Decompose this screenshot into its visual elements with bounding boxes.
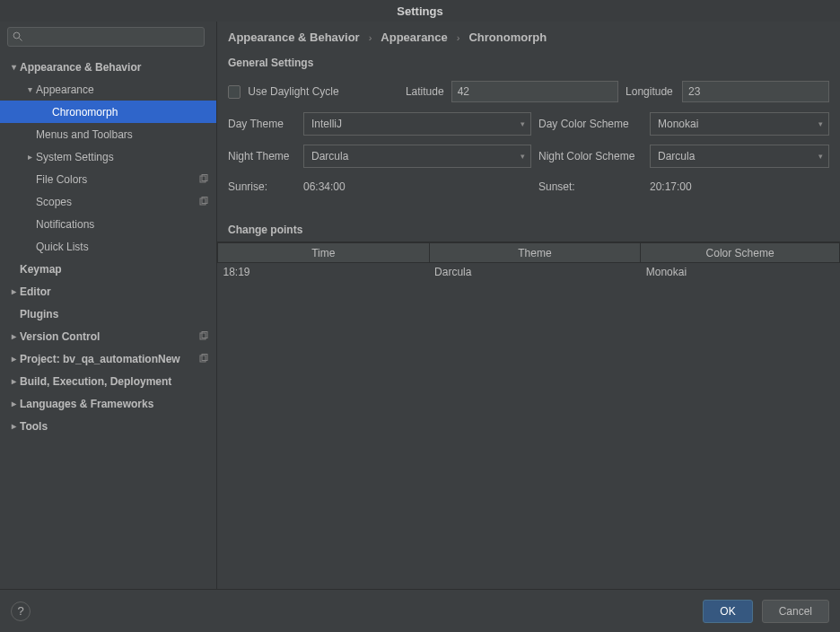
sidebar-item-label: System Settings xyxy=(36,151,209,163)
sidebar-item-notifications[interactable]: Notifications xyxy=(0,213,216,235)
sidebar-item-languages-frameworks[interactable]: Languages & Frameworks xyxy=(0,392,216,415)
longitude-label: Longitude xyxy=(626,85,675,98)
sidebar-item-label: Editor xyxy=(20,285,209,298)
cell-scheme: Monokai xyxy=(641,263,840,281)
sidebar-item-label: Notifications xyxy=(36,218,209,231)
project-scope-icon xyxy=(198,331,209,342)
sunset-value: 20:17:00 xyxy=(650,180,692,193)
help-button[interactable]: ? xyxy=(11,601,31,621)
col-time[interactable]: Time xyxy=(218,243,430,263)
chevron-right-icon[interactable] xyxy=(9,354,18,364)
night-theme-value: Darcula xyxy=(311,150,348,162)
chevron-right-icon[interactable] xyxy=(9,331,18,341)
window-titlebar: Settings xyxy=(0,0,840,22)
latitude-input[interactable] xyxy=(451,81,618,102)
project-scope-icon xyxy=(198,197,209,207)
longitude-input[interactable] xyxy=(682,81,829,102)
night-color-select[interactable]: Darcula xyxy=(650,145,829,168)
help-icon: ? xyxy=(17,604,23,618)
night-theme-label: Night Theme xyxy=(228,150,296,162)
chevron-right-icon[interactable] xyxy=(9,286,18,296)
chevron-right-icon[interactable] xyxy=(25,152,34,162)
sidebar-item-label: Build, Execution, Deployment xyxy=(20,375,209,388)
sidebar-item-label: Tools xyxy=(20,420,209,433)
breadcrumb: Appearance & Behavior › Appearance › Chr… xyxy=(217,22,840,51)
settings-sidebar: Appearance & BehaviorAppearanceChronomor… xyxy=(0,22,217,589)
search-icon xyxy=(13,31,23,42)
night-theme-select[interactable]: Darcula xyxy=(303,145,531,168)
sidebar-item-label: Chronomorph xyxy=(52,106,209,118)
sidebar-item-label: File Colors xyxy=(36,173,198,186)
sidebar-item-system-settings[interactable]: System Settings xyxy=(0,145,216,168)
window-title: Settings xyxy=(397,4,442,18)
changepoints-table-wrap: Time Theme Color Scheme 18:19DarculaMono… xyxy=(217,241,840,589)
night-color-label: Night Color Scheme xyxy=(538,150,643,162)
chevron-right-icon: › xyxy=(369,32,372,43)
settings-content: Appearance & Behavior › Appearance › Chr… xyxy=(217,22,840,589)
sidebar-item-label: Scopes xyxy=(36,196,198,208)
daylight-checkbox[interactable] xyxy=(228,85,241,99)
table-row[interactable]: 18:19DarculaMonokai xyxy=(218,263,840,281)
sidebar-item-quick-lists[interactable]: Quick Lists xyxy=(0,235,216,258)
sidebar-item-menus-and-toolbars[interactable]: Menus and Toolbars xyxy=(0,123,216,145)
day-color-label: Day Color Scheme xyxy=(538,118,643,130)
chevron-right-icon: › xyxy=(457,32,460,43)
search-wrap xyxy=(0,22,216,52)
general-form: Use Daylight Cycle Latitude Longitude Da… xyxy=(217,75,840,209)
col-theme[interactable]: Theme xyxy=(429,243,641,263)
sidebar-item-label: Keymap xyxy=(20,263,209,276)
search-input-container[interactable] xyxy=(7,27,205,47)
settings-tree: Appearance & BehaviorAppearanceChronomor… xyxy=(0,52,216,589)
sunrise-value: 06:34:00 xyxy=(303,180,531,193)
sidebar-item-appearance-behavior[interactable]: Appearance & Behavior xyxy=(0,56,216,78)
sidebar-item-plugins[interactable]: Plugins xyxy=(0,303,216,325)
sidebar-item-label: Plugins xyxy=(20,308,209,320)
sidebar-item-editor[interactable]: Editor xyxy=(0,280,216,303)
day-color-select[interactable]: Monokai xyxy=(650,112,829,136)
chevron-down-icon[interactable] xyxy=(25,84,34,94)
ok-button[interactable]: OK xyxy=(703,600,752,623)
sidebar-item-project-bv-qa-automationnew[interactable]: Project: bv_qa_automationNew xyxy=(0,347,216,370)
sunrise-label: Sunrise: xyxy=(228,180,296,193)
cell-theme: Darcula xyxy=(429,263,641,281)
table-header-row: Time Theme Color Scheme xyxy=(218,243,840,263)
chevron-right-icon[interactable] xyxy=(9,421,18,431)
day-theme-label: Day Theme xyxy=(228,118,296,130)
night-color-value: Darcula xyxy=(658,150,695,162)
sidebar-item-build-execution-deployment[interactable]: Build, Execution, Deployment xyxy=(0,370,216,392)
sidebar-item-label: Appearance & Behavior xyxy=(20,61,209,74)
sidebar-item-label: Appearance xyxy=(36,83,209,96)
sidebar-item-label: Menus and Toolbars xyxy=(36,128,209,141)
daylight-label: Use Daylight Cycle xyxy=(248,85,394,98)
crumb-2[interactable]: Appearance xyxy=(381,31,447,44)
main-layout: Appearance & BehaviorAppearanceChronomor… xyxy=(0,22,840,589)
col-scheme[interactable]: Color Scheme xyxy=(641,243,840,263)
crumb-3: Chronomorph xyxy=(468,31,547,44)
project-scope-icon xyxy=(198,174,209,185)
chevron-right-icon[interactable] xyxy=(9,376,18,386)
dialog-footer: ? OK Cancel xyxy=(0,589,840,632)
sidebar-item-tools[interactable]: Tools xyxy=(0,415,216,437)
svg-line-1 xyxy=(20,39,22,41)
chevron-down-icon[interactable] xyxy=(9,62,18,72)
sidebar-item-label: Languages & Frameworks xyxy=(20,398,209,410)
svg-point-0 xyxy=(13,32,20,39)
section-general: General Settings xyxy=(217,51,840,75)
sidebar-item-version-control[interactable]: Version Control xyxy=(0,325,216,347)
sidebar-item-label: Project: bv_qa_automationNew xyxy=(20,353,198,365)
cancel-button[interactable]: Cancel xyxy=(762,600,829,623)
sidebar-item-file-colors[interactable]: File Colors xyxy=(0,168,216,190)
sidebar-item-label: Version Control xyxy=(20,330,198,343)
sidebar-item-scopes[interactable]: Scopes xyxy=(0,190,216,213)
search-input[interactable] xyxy=(27,31,199,43)
project-scope-icon xyxy=(198,354,209,364)
day-theme-value: IntelliJ xyxy=(311,118,342,130)
sidebar-item-chronomorph[interactable]: Chronomorph xyxy=(0,101,216,123)
sidebar-item-keymap[interactable]: Keymap xyxy=(0,258,216,280)
day-theme-select[interactable]: IntelliJ xyxy=(303,112,531,136)
crumb-1[interactable]: Appearance & Behavior xyxy=(228,31,360,44)
sidebar-item-appearance[interactable]: Appearance xyxy=(0,78,216,101)
section-changepoints: Change points xyxy=(217,218,840,241)
changepoints-table: Time Theme Color Scheme 18:19DarculaMono… xyxy=(217,242,840,281)
chevron-right-icon[interactable] xyxy=(9,399,18,408)
